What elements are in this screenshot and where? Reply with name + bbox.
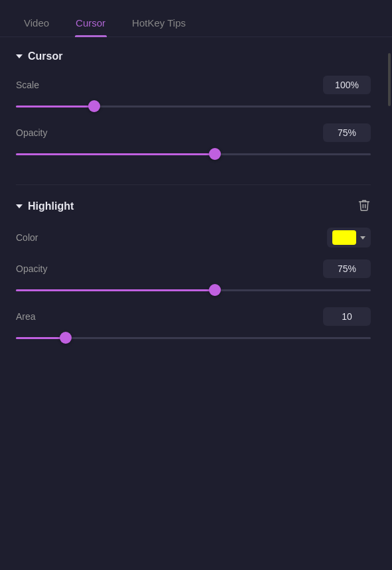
tabs-bar: Video Cursor HotKey Tips — [0, 0, 392, 37]
cursor-opacity-thumb[interactable] — [209, 148, 221, 160]
scrollbar-track — [387, 37, 392, 368]
highlight-area-control: Area 10 — [16, 307, 371, 343]
highlight-delete-button[interactable] — [358, 198, 371, 214]
highlight-area-label: Area — [16, 311, 36, 322]
cursor-section: Cursor Scale 100% — [0, 37, 387, 184]
highlight-opacity-label: Opacity — [16, 263, 47, 274]
highlight-color-label: Color — [16, 232, 38, 243]
cursor-section-header: Cursor — [16, 50, 371, 62]
cursor-scale-slider[interactable] — [16, 101, 371, 111]
scrollable-content: Cursor Scale 100% — [0, 37, 387, 368]
highlight-opacity-control: Opacity 75% — [16, 259, 371, 295]
highlight-color-control: Color — [16, 228, 371, 248]
cursor-opacity-fill — [16, 153, 215, 155]
cursor-chevron-icon[interactable] — [16, 54, 23, 58]
highlight-opacity-thumb[interactable] — [209, 284, 221, 296]
highlight-chevron-icon[interactable] — [16, 204, 23, 208]
tab-cursor[interactable]: Cursor — [62, 9, 119, 36]
highlight-area-fill — [16, 337, 66, 339]
cursor-scale-track — [16, 106, 371, 107]
tab-video[interactable]: Video — [11, 9, 62, 36]
app-container: Video Cursor HotKey Tips Cursor Scale 10… — [0, 0, 392, 570]
highlight-area-label-row: Area 10 — [16, 307, 371, 326]
highlight-opacity-track — [16, 289, 371, 291]
cursor-scale-value: 100% — [323, 76, 371, 94]
cursor-opacity-value: 75% — [323, 123, 371, 142]
cursor-scale-label-row: Scale 100% — [16, 76, 371, 94]
cursor-scale-control: Scale 100% — [16, 76, 371, 111]
highlight-area-track — [16, 337, 371, 339]
cursor-section-header-left: Cursor — [16, 50, 62, 62]
cursor-opacity-label: Opacity — [16, 127, 47, 138]
highlight-color-swatch — [332, 230, 356, 245]
highlight-opacity-value: 75% — [323, 259, 371, 278]
highlight-area-slider[interactable] — [16, 332, 371, 343]
highlight-opacity-label-row: Opacity 75% — [16, 259, 371, 278]
color-chevron-down-icon — [360, 236, 365, 240]
cursor-scale-label: Scale — [16, 80, 39, 90]
content-area: Cursor Scale 100% — [0, 37, 392, 368]
highlight-section: Highlight Color — [0, 185, 387, 368]
cursor-opacity-track — [16, 153, 371, 155]
highlight-color-picker[interactable] — [327, 228, 371, 248]
highlight-color-label-row: Color — [16, 228, 371, 248]
scrollbar-thumb[interactable] — [388, 53, 391, 106]
cursor-scale-thumb[interactable] — [88, 100, 100, 112]
highlight-opacity-fill — [16, 289, 215, 291]
highlight-opacity-slider[interactable] — [16, 285, 371, 295]
highlight-area-thumb[interactable] — [60, 332, 72, 344]
highlight-section-title: Highlight — [28, 200, 74, 212]
highlight-area-value: 10 — [323, 307, 371, 326]
highlight-section-header: Highlight — [16, 198, 371, 214]
cursor-opacity-control: Opacity 75% — [16, 123, 371, 159]
cursor-opacity-slider[interactable] — [16, 149, 371, 159]
highlight-section-header-left: Highlight — [16, 200, 74, 212]
cursor-opacity-label-row: Opacity 75% — [16, 123, 371, 142]
cursor-scale-fill — [16, 106, 94, 107]
tab-hotkey-tips[interactable]: HotKey Tips — [119, 9, 199, 36]
cursor-section-title: Cursor — [28, 50, 62, 62]
